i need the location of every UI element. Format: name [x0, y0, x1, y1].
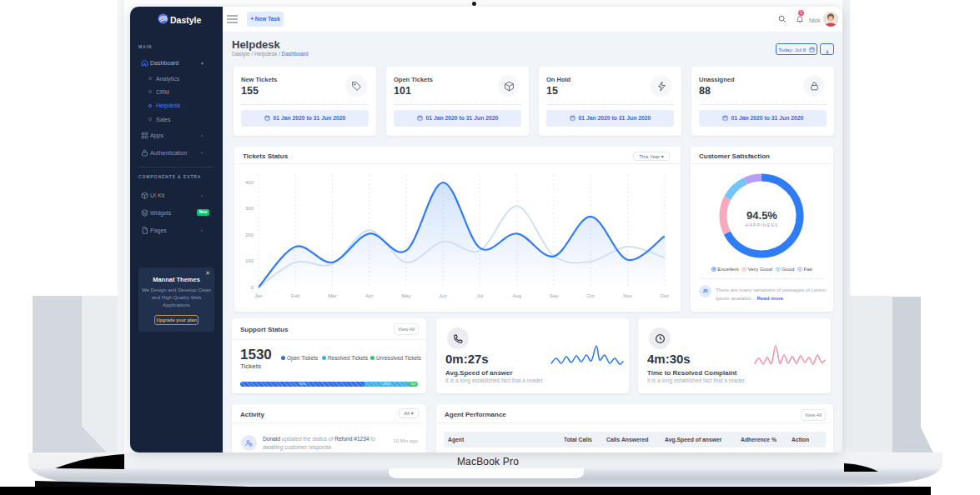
svg-text:400: 400	[245, 180, 254, 185]
svg-text:Dec: Dec	[660, 293, 669, 298]
svg-text:Apr: Apr	[365, 293, 373, 298]
svg-text:0: 0	[251, 285, 254, 290]
svg-text:200: 200	[245, 232, 254, 238]
svg-text:Jul: Jul	[477, 293, 484, 298]
svg-text:May: May	[401, 293, 410, 298]
svg-text:Feb: Feb	[291, 293, 300, 298]
svg-text:300: 300	[245, 206, 254, 211]
svg-text:Mar: Mar	[328, 293, 336, 298]
svg-text:Jun: Jun	[439, 293, 447, 298]
svg-text:Nov: Nov	[623, 293, 632, 298]
svg-text:Jan: Jan	[254, 293, 263, 298]
svg-text:Oct: Oct	[587, 293, 596, 298]
svg-text:100: 100	[245, 258, 254, 263]
svg-text:Aug: Aug	[512, 293, 521, 298]
svg-text:Sep: Sep	[550, 293, 559, 298]
